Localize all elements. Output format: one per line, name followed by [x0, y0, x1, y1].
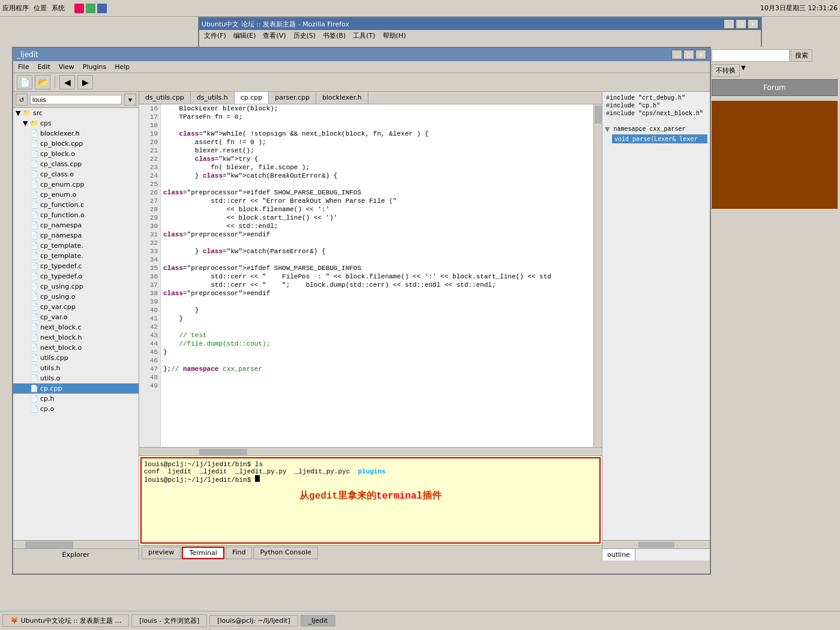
tree-item-cp-using-o[interactable]: 📄cp_using.o [13, 292, 139, 302]
firefox-close[interactable]: × [748, 19, 758, 29]
tree-item-utils-o[interactable]: 📄utils.o [13, 373, 139, 383]
tab-parser-cpp[interactable]: parser.cpp [269, 92, 316, 104]
tree-item-cp-class-o[interactable]: 📄cp_class.o [13, 169, 139, 179]
editor-scrollbar-v[interactable] [593, 104, 602, 447]
ff-menu-tools[interactable]: 工具(T) [353, 31, 375, 40]
code-line: blexer.reset(); [163, 146, 591, 155]
menu-edit[interactable]: Edit [37, 63, 50, 71]
forum-image [712, 101, 838, 209]
taskbar-terminal[interactable]: [louis@pclj: ~/lj/ljedit] [209, 615, 298, 626]
code-line: } class="kw">catch(BreakOutError&) { [163, 172, 591, 180]
tree-item-cp-var-o[interactable]: 📄cp_var.o [13, 312, 139, 322]
tree-item-src[interactable]: ▼ 📁src [13, 108, 139, 118]
line-num: 37 [139, 281, 160, 289]
ff-menu-history[interactable]: 历史(S) [293, 31, 316, 40]
ff-menu-bookmarks[interactable]: 书签(B) [323, 31, 346, 40]
tree-item-cp-typedef-c[interactable]: 📄cp_typedef.c [13, 261, 139, 271]
tab-ds-utils-cpp[interactable]: ds_utils.cpp [139, 92, 191, 104]
right-scrollbar-h[interactable] [602, 540, 710, 548]
firefox-window: Ubuntu中文 论坛 :: 发表新主题 - Mozilla Firefox _… [198, 17, 762, 50]
line-num: 22 [139, 155, 160, 163]
explorer-label[interactable]: Explorer [13, 548, 139, 560]
tab-cp-cpp[interactable]: cp.cpp [235, 92, 269, 104]
tree-item-cp-function-c[interactable]: 📄cp_function.c [13, 200, 139, 210]
toolbar-forward[interactable]: ▶ [77, 75, 93, 89]
tree-item-utils-cpp[interactable]: 📄utils.cpp [13, 353, 139, 363]
toolbar-new[interactable]: 📄 [17, 75, 32, 89]
jedit-controls[interactable]: _ □ × [671, 50, 706, 59]
tree-item-cp-template-[interactable]: 📄cp_template. [13, 241, 139, 251]
file-tree-scroll[interactable]: ▼ 📁src▼ 📁cps 📄blocklexer.h 📄cp_block.cpp… [13, 108, 139, 540]
line-num: 44 [139, 340, 160, 348]
tree-item-cp-h[interactable]: 📄cp.h [13, 394, 139, 404]
firefox-controls[interactable]: _ □ × [724, 19, 758, 29]
tree-scrollbar-h[interactable] [13, 540, 139, 548]
tree-item-next-block-h[interactable]: 📄next_block.h [13, 332, 139, 343]
search-button[interactable]: 搜索 [791, 49, 812, 62]
tree-item-cp-namespa[interactable]: 📄cp_namespa [13, 230, 139, 241]
ff-menu-edit[interactable]: 编辑(E) [233, 31, 256, 40]
tree-item-utils-h[interactable]: 📄utils.h [13, 363, 139, 373]
tab-ds-utils-h[interactable]: ds_utils.h [191, 92, 235, 104]
tree-item-cp-typedef-o[interactable]: 📄cp_typedef.o [13, 271, 139, 281]
search-input[interactable] [712, 49, 790, 62]
menu-help[interactable]: Help [115, 63, 130, 71]
tree-item-cp-using-cpp[interactable]: 📄cp_using.cpp [13, 281, 139, 292]
folder-dropdown[interactable]: ▼ [124, 94, 136, 106]
tab-outline[interactable]: outline [602, 549, 635, 560]
tab-blocklexer-h[interactable]: blocklexer.h [316, 92, 368, 104]
menu-file[interactable]: File [18, 63, 29, 71]
tab-terminal[interactable]: Terminal [182, 547, 224, 559]
menu-view[interactable]: View [59, 63, 74, 71]
tree-item-cp-namespa[interactable]: 📄cp_namespa [13, 220, 139, 230]
tree-refresh[interactable]: ↺ [16, 94, 28, 106]
terminal-content[interactable]: louis@pclj:~/lj/ljedit/bin$ ls conf ljed… [140, 457, 601, 544]
tab-find[interactable]: Find [226, 547, 253, 559]
forum-button[interactable]: Forum [712, 79, 838, 96]
app-menu[interactable]: 应用程序 [2, 4, 29, 13]
firefox-maximize[interactable]: □ [736, 19, 746, 29]
tree-label: blocklexer.h [40, 130, 80, 137]
tree-item-next-block-c[interactable]: 📄next_block.c [13, 322, 139, 332]
tree-item-cp-enum-cpp[interactable]: 📄cp_enum.cpp [13, 179, 139, 190]
ff-menu-file[interactable]: 文件(F) [204, 31, 226, 40]
taskbar-filemanager[interactable]: [louis - 文件浏览器] [131, 614, 207, 627]
taskbar-firefox[interactable]: 🦊 Ubuntu中文论坛 :: 发表新主题 ... [2, 614, 129, 627]
tree-item-cp-block-o[interactable]: 📄cp_block.o [13, 149, 139, 159]
tab-python-console[interactable]: Python Console [253, 547, 317, 559]
jedit-close[interactable]: × [695, 50, 706, 59]
tree-item-cp-enum-o[interactable]: 📄cp_enum.o [13, 190, 139, 200]
editor-panel: ds_utils.cpp ds_utils.h cp.cpp parser.cp… [139, 92, 602, 560]
expand-icon[interactable]: ▼ [605, 125, 610, 133]
firefox-minimize[interactable]: _ [724, 19, 734, 29]
code-content[interactable]: BlockLexer blexer(block); TParseFn fn = … [161, 104, 593, 447]
tree-item-cp-block-cpp[interactable]: 📄cp_block.cpp [13, 139, 139, 149]
function-selected[interactable]: void parse(Lexer& lexer [612, 134, 707, 143]
tree-item-cp-function-o[interactable]: 📄cp_function.o [13, 210, 139, 220]
tree-item-cp-var-cpp[interactable]: 📄cp_var.cpp [13, 302, 139, 312]
jedit-minimize[interactable]: _ [671, 50, 682, 59]
tab-preview[interactable]: preview [142, 547, 181, 559]
tree-item-cp-cpp[interactable]: 📄cp.cpp [13, 383, 139, 394]
far-right-search: 搜索 不转换 ▼ Forum [709, 47, 840, 98]
no-convert-button[interactable]: 不转换 [712, 64, 740, 77]
jedit-maximize[interactable]: □ [683, 50, 694, 59]
tree-item-cp-class-cpp[interactable]: 📄cp_class.cpp [13, 159, 139, 169]
tree-item-cp-template-[interactable]: 📄cp_template. [13, 251, 139, 261]
menu-plugins[interactable]: Plugins [83, 63, 106, 71]
line-num: 17 [139, 113, 160, 121]
taskbar-jedit[interactable]: _ljedit [301, 615, 336, 626]
far-right-sidebar: 搜索 不转换 ▼ Forum [708, 47, 840, 575]
ff-menu-help[interactable]: 帮助(H) [383, 31, 406, 40]
sys-menu[interactable]: 系统 [52, 4, 65, 13]
editor-scrollbar-h[interactable] [139, 447, 602, 455]
tree-item-blocklexer-h[interactable]: 📄blocklexer.h [13, 128, 139, 139]
ff-menu-view[interactable]: 查看(V) [263, 31, 286, 40]
tree-item-next-block-o[interactable]: 📄next_block.o [13, 343, 139, 353]
toolbar-open[interactable]: 📂 [35, 75, 50, 89]
toolbar-back[interactable]: ◀ [59, 75, 75, 89]
tree-item-cp-o[interactable]: 📄cp.o [13, 404, 139, 414]
pos-menu[interactable]: 位置 [34, 4, 47, 13]
folder-selector[interactable] [30, 95, 122, 104]
tree-item-cps[interactable]: ▼ 📁cps [13, 118, 139, 128]
